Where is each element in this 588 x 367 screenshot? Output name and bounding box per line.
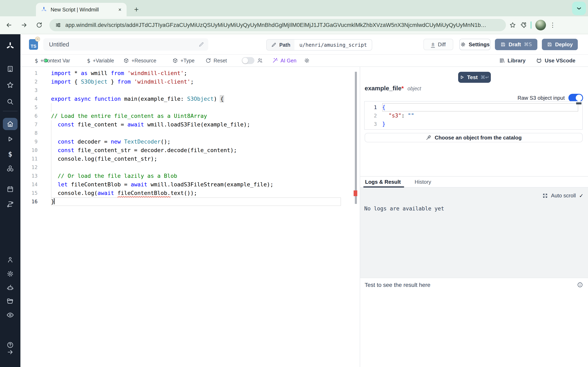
add-variable-button[interactable]: $ +Variable xyxy=(87,55,114,67)
auto-scroll-label: Auto scroll xyxy=(551,192,576,199)
url-bar[interactable]: app.windmill.dev/scripts/add#JTdCJTIyaGF… xyxy=(49,19,506,31)
dollar-icon: $ xyxy=(87,58,90,64)
library-button[interactable]: Library xyxy=(499,55,526,67)
code-line[interactable]: 6// Load the entire file_content as a Ui… xyxy=(20,112,360,120)
code-line[interactable]: 2import { S3Object } from 'windmill-clie… xyxy=(20,77,360,86)
code-line[interactable]: 1import * as wmill from 'windmill-client… xyxy=(20,69,360,77)
favorites-star-icon[interactable] xyxy=(0,81,20,89)
line-number: 12 xyxy=(20,163,38,172)
settings-button[interactable]: Settings xyxy=(459,39,490,50)
check-icon[interactable]: ✓ xyxy=(579,193,584,199)
use-vscode-label: Use VScode xyxy=(545,58,575,64)
code-editor[interactable]: 1import * as wmill from 'windmill-client… xyxy=(20,67,360,367)
code-lines[interactable]: 1import * as wmill from 'windmill-client… xyxy=(20,69,360,206)
forward-icon xyxy=(21,22,27,29)
tab-history[interactable]: History xyxy=(414,176,432,187)
window-chevron-button[interactable] xyxy=(572,2,586,15)
draft-button[interactable]: Draft ⌘S xyxy=(495,39,537,50)
tab-close-icon[interactable]: × xyxy=(116,6,123,13)
resources-cubes-icon[interactable] xyxy=(0,165,20,173)
variables-dollar-icon[interactable]: $ xyxy=(0,150,20,158)
json-input-editor[interactable]: 1{2 "s3": ""3} xyxy=(364,101,583,130)
multiplayer-toggle[interactable] xyxy=(242,55,263,67)
info-icon[interactable] xyxy=(577,282,583,288)
new-tab-button[interactable]: + xyxy=(131,4,141,14)
user-icon[interactable] xyxy=(0,256,20,263)
forward-button[interactable] xyxy=(18,19,30,31)
settings-gear-icon[interactable] xyxy=(0,270,20,278)
reset-label: Reset xyxy=(214,58,227,64)
diff-button[interactable]: ± Diff xyxy=(424,39,453,50)
script-title[interactable]: Untitled xyxy=(49,41,199,48)
workers-robot-icon[interactable] xyxy=(0,284,20,292)
expand-icon[interactable] xyxy=(543,193,548,198)
use-vscode-button[interactable]: Use VScode xyxy=(536,55,575,67)
bookmark-star-icon[interactable] xyxy=(509,22,516,29)
ai-gen-button[interactable]: AI Gen xyxy=(272,55,296,67)
schedules-calendar-icon[interactable] xyxy=(0,185,20,193)
folders-icon[interactable] xyxy=(0,297,20,305)
gear-icon xyxy=(304,58,310,64)
choose-object-button[interactable]: Choose an object from the catalog xyxy=(365,133,583,142)
code-line[interactable]: 7 const file_content = await wmill.loadS… xyxy=(20,120,360,129)
code-line[interactable]: 14 let fileContentBlob = await wmill.loa… xyxy=(20,180,360,189)
raw-s3-toggle[interactable] xyxy=(568,94,583,102)
home-icon[interactable] xyxy=(0,120,20,128)
code-line[interactable]: 12 xyxy=(20,163,360,172)
avatar[interactable] xyxy=(535,20,546,30)
search-icon[interactable] xyxy=(0,98,20,106)
url-text[interactable]: app.windmill.dev/scripts/add#JTdCJTIyaGF… xyxy=(65,22,486,28)
line-number: 8 xyxy=(20,129,38,137)
help-icon[interactable] xyxy=(0,341,20,349)
add-resource-button[interactable]: +Resource xyxy=(123,55,156,67)
path-selector[interactable]: Path u/henri/amusing_script xyxy=(266,39,372,50)
editor-scrollbar[interactable] xyxy=(355,72,357,204)
code-line[interactable]: 16} xyxy=(20,197,360,206)
code-line[interactable]: 13 // Or load the file lazily as a Blob xyxy=(20,172,360,180)
workspace-building-icon[interactable] xyxy=(0,65,20,73)
code-line[interactable]: 3} xyxy=(365,120,582,128)
test-button[interactable]: Test ⌘↵ xyxy=(458,72,491,83)
code-line[interactable]: 3 xyxy=(20,86,360,95)
add-variable-label: +Variable xyxy=(93,58,114,64)
code-line[interactable]: 9 const decoder = new TextDecoder(); xyxy=(20,137,360,146)
reload-button[interactable] xyxy=(33,19,45,31)
back-button[interactable] xyxy=(3,19,15,31)
code-line[interactable]: 5 xyxy=(20,103,360,112)
code-line[interactable]: 4export async function main(example_file… xyxy=(20,95,360,103)
code-line[interactable]: 2 "s3": "" xyxy=(365,111,582,120)
browser-tab[interactable]: New Script | Windmill × xyxy=(36,3,127,16)
tab-logs-result[interactable]: Logs & Result xyxy=(364,176,402,187)
ai-gen-label: AI Gen xyxy=(281,58,296,64)
library-icon xyxy=(499,58,505,64)
browser-menu-icon[interactable]: ⋮ xyxy=(550,22,556,28)
json-lines[interactable]: 1{2 "s3": ""3} xyxy=(365,103,582,128)
reset-icon xyxy=(205,58,211,63)
auto-scroll-control[interactable]: Auto scroll ✓ xyxy=(543,192,584,199)
tune-icon[interactable] xyxy=(55,22,61,28)
json-editor-scrollbar[interactable] xyxy=(576,102,581,104)
add-type-button[interactable]: +Type xyxy=(172,55,195,67)
deploy-button[interactable]: Deploy xyxy=(542,39,578,50)
code-line[interactable]: 11 console.log(file_content_str); xyxy=(20,155,360,163)
runs-play-icon[interactable] xyxy=(0,135,20,143)
script-title-field[interactable]: Untitled xyxy=(43,38,208,50)
code-line[interactable]: 15 console.log(await fileContentBlob.tex… xyxy=(20,189,360,197)
line-number: 1 xyxy=(365,103,377,111)
code-line[interactable]: 10 const file_content_str = decoder.deco… xyxy=(20,146,360,155)
vscode-icon xyxy=(536,57,542,64)
windmill-logo[interactable] xyxy=(0,42,20,50)
edit-pencil-icon[interactable] xyxy=(199,42,204,47)
add-context-var-button[interactable]: $ +Context Var xyxy=(35,55,70,67)
flows-route-icon[interactable] xyxy=(0,201,20,208)
path-value[interactable]: u/henri/amusing_script xyxy=(294,40,372,50)
audit-eye-icon[interactable] xyxy=(0,311,20,319)
reset-button[interactable]: Reset xyxy=(205,55,227,67)
script-settings-gear-button[interactable] xyxy=(304,55,310,67)
extensions-puzzle-icon[interactable] xyxy=(520,22,527,29)
path-label-segment[interactable]: Path xyxy=(267,40,294,50)
code-line[interactable]: 1{ xyxy=(365,103,582,111)
toggle-off[interactable] xyxy=(242,57,254,64)
code-line[interactable]: 8 xyxy=(20,129,360,137)
expand-arrow-icon[interactable] xyxy=(0,349,20,356)
